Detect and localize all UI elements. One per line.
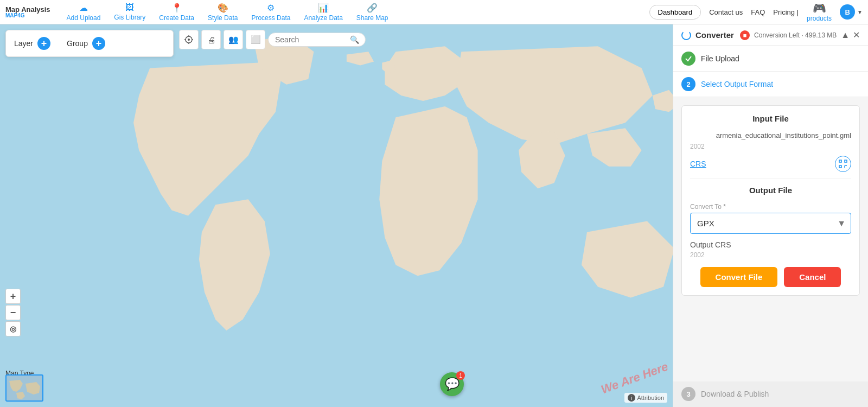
avatar-dropdown-icon[interactable]: ▼ (857, 9, 863, 15)
convert-file-button[interactable]: Convert File (700, 267, 778, 287)
step1-item: File Upload (673, 46, 868, 72)
chat-button[interactable]: 💬 1 (440, 372, 464, 396)
nav-style-data-label: Style Data (208, 14, 238, 22)
nav-items: ☁ Add Upload 🖼 Gis Library 📍 Create Data… (61, 1, 649, 24)
input-section-title: Input File (690, 114, 851, 123)
users-button[interactable]: 👥 (224, 30, 243, 49)
gis-icon: 🖼 (125, 3, 134, 12)
nav-analyze-data-label: Analyze Data (304, 14, 342, 22)
contact-link[interactable]: Contact us (709, 8, 743, 16)
thumbnail-svg (7, 376, 43, 402)
avatar[interactable]: B (840, 4, 855, 20)
nav-gis-library[interactable]: 🖼 Gis Library (108, 1, 151, 23)
nav-process-data[interactable]: ⚙ Process Data (246, 1, 296, 24)
converter-header: Converter ■ Conversion Left · 499.13 MB … (673, 24, 868, 46)
select-icon (184, 35, 193, 44)
zoom-in-button[interactable]: + (5, 289, 21, 304)
svg-rect-9 (845, 160, 847, 162)
svg-rect-10 (839, 166, 841, 168)
input-crs-value: 2002 (690, 143, 851, 150)
zoom-controls: + − ◎ (5, 289, 21, 336)
products-nav[interactable]: 🎮 products (807, 2, 832, 22)
converter-panel: Converter ■ Conversion Left · 499.13 MB … (673, 24, 868, 407)
converter-title: Converter (695, 30, 736, 40)
nav-create-data[interactable]: 📍 Create Data (154, 1, 200, 24)
step2-item: 2 Select Output Format (673, 72, 868, 97)
add-layer-button[interactable]: Layer + (14, 37, 50, 50)
scan-icon (839, 160, 847, 168)
attribution-text: Attribution (637, 395, 664, 401)
nav-share-map-label: Share Map (356, 14, 388, 22)
zoom-out-button[interactable]: − (5, 305, 21, 320)
search-icon: 🔍 (350, 35, 359, 44)
step1-label: File Upload (701, 54, 739, 63)
map-toolbar: 🖨 👥 ⬜ 🔍 (179, 30, 366, 49)
add-group-icon[interactable]: + (92, 37, 105, 50)
info-icon: i (628, 394, 635, 402)
nav-style-data[interactable]: 🎨 Style Data (202, 1, 243, 24)
search-bar: 🔍 (268, 33, 366, 47)
converter-body: Input File armenia_educational_instituti… (673, 97, 868, 381)
format-select-wrapper: GPX GeoJSON KML CSV SHP GML WKT ▼ (690, 213, 851, 234)
faq-link[interactable]: FAQ (751, 8, 765, 16)
navbar: Map Analysis MAP4G ☁ Add Upload 🖼 Gis Li… (0, 0, 868, 24)
group-label: Group (67, 39, 88, 48)
layer-label: Layer (14, 39, 33, 48)
add-group-button[interactable]: Group + (67, 37, 105, 50)
crs-button[interactable]: CRS (690, 160, 706, 168)
step3-circle: 3 (681, 387, 695, 401)
step2-circle: 2 (681, 77, 695, 91)
share-icon: 🔗 (367, 3, 378, 13)
nav-process-data-label: Process Data (251, 14, 290, 22)
nav-create-data-label: Create Data (159, 14, 194, 22)
nav-add-upload-label: Add Upload (67, 14, 101, 22)
map-container: Layer + Group + 🖨 👥 ⬜ 🔍 (0, 24, 868, 407)
svg-point-2 (188, 39, 190, 41)
pricing-link[interactable]: Pricing | (773, 8, 799, 16)
checkmark-icon (685, 55, 692, 62)
input-file-card: Input File armenia_educational_instituti… (681, 105, 860, 296)
converter-close-button[interactable]: ✕ (853, 30, 860, 40)
converter-minimize-button[interactable]: ▲ (841, 30, 850, 40)
step3-label: Download & Publish (701, 390, 769, 398)
brand-title: Map Analysis (5, 6, 50, 13)
add-layer-icon[interactable]: + (37, 37, 50, 50)
nav-add-upload[interactable]: ☁ Add Upload (61, 1, 106, 24)
style-icon: 🎨 (218, 3, 228, 13)
cancel-button[interactable]: Cancel (784, 267, 841, 287)
crs-scan-button[interactable] (835, 156, 851, 172)
converter-spinner (681, 30, 691, 40)
chat-badge: 1 (456, 371, 465, 380)
output-crs-value: 2002 (690, 251, 851, 259)
step3-item: 3 Download & Publish (673, 381, 868, 407)
converter-stop-button[interactable]: ■ (740, 30, 750, 40)
nav-share-map[interactable]: 🔗 Share Map (351, 1, 394, 24)
map-type-thumbnail[interactable] (5, 374, 43, 402)
nav-gis-library-label: Gis Library (114, 14, 145, 21)
brand-sub: MAP4G (5, 13, 25, 18)
input-file-name: armenia_educational_institutions_point.g… (690, 131, 851, 139)
process-icon: ⚙ (267, 3, 275, 13)
conversion-left: Conversion Left · 499.13 MB (754, 31, 837, 39)
crs-row: CRS (690, 156, 851, 172)
layers-button[interactable]: ⬜ (246, 30, 265, 49)
layer-panel: Layer + Group + (5, 30, 174, 57)
attribution[interactable]: i Attribution (624, 393, 667, 403)
search-input[interactable] (275, 35, 346, 44)
nav-analyze-data[interactable]: 📊 Analyze Data (298, 1, 348, 24)
action-row: Convert File Cancel (690, 267, 851, 287)
print-button[interactable]: 🖨 (201, 30, 221, 49)
reset-view-button[interactable]: ◎ (5, 321, 21, 336)
upload-icon: ☁ (79, 3, 88, 13)
brand: Map Analysis MAP4G (5, 6, 50, 18)
select-tool-button[interactable] (179, 30, 199, 49)
converter-header-actions: ▲ ✕ (841, 30, 860, 40)
svg-rect-8 (839, 160, 841, 162)
nav-right: Dashboard Contact us FAQ Pricing | 🎮 pro… (649, 2, 863, 22)
divider (690, 179, 851, 179)
format-select[interactable]: GPX GeoJSON KML CSV SHP GML WKT (690, 213, 851, 234)
step2-label: Select Output Format (701, 80, 773, 88)
layer-panel-row: Layer + Group + (14, 37, 165, 50)
dashboard-button[interactable]: Dashboard (649, 5, 701, 20)
output-crs-label: Output CRS (690, 240, 851, 249)
